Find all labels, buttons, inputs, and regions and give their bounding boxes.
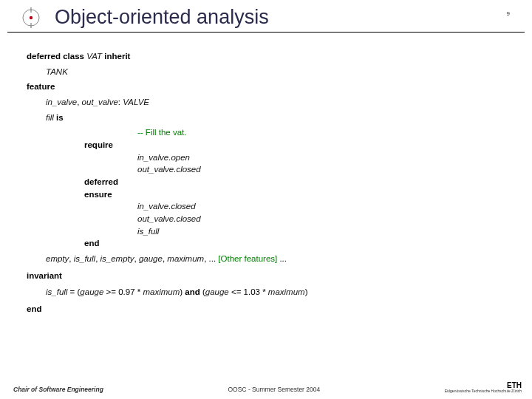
feature-kw: feature — [27, 81, 505, 93]
svg-point-1 — [30, 16, 33, 18]
bullet-icon — [21, 7, 41, 28]
class-name: VAT — [86, 52, 102, 61]
parent-class: TANK — [27, 66, 505, 78]
valve-decl: in_valve, out_valve: VALVE — [27, 96, 505, 109]
deferred-class-kw: deferred class — [27, 52, 84, 61]
invariant-expr: is_full = (gauge >= 0.97 * maximum) and … — [27, 286, 505, 299]
eth-logo: ETH Eidgenössische Technische Hochschule… — [445, 382, 522, 393]
final-end: end — [27, 303, 505, 316]
postcond-3: is_full — [137, 225, 505, 238]
invariant-kw: invariant — [27, 270, 505, 282]
ensure-kw: ensure — [84, 188, 137, 201]
end-kw: end — [84, 237, 137, 250]
inherit-kw: inherit — [104, 52, 130, 61]
postcond-1: in_valve.closed — [137, 200, 505, 213]
precond-1: in_valve.open — [137, 151, 505, 164]
page-number: 9 — [507, 10, 510, 17]
fill-body: -- Fill the vat. require in_valve.open o… — [27, 126, 505, 250]
postcond-2: out_valve.closed — [137, 213, 505, 225]
footer-chair: Chair of Software Engineering — [13, 386, 103, 393]
precond-2: out_valve.closed — [137, 163, 505, 176]
eth-subtext: Eidgenössische Technische Hochschule Zür… — [445, 389, 522, 393]
comment: -- Fill the vat. — [137, 126, 505, 139]
deferred-kw: deferred — [84, 176, 137, 188]
slide-body: deferred class VAT inherit TANK feature … — [0, 33, 532, 316]
class-decl: deferred class VAT inherit — [27, 50, 505, 63]
require-kw: require — [84, 139, 137, 151]
other-features: empty, is_full, is_empty, gauge, maximum… — [27, 253, 505, 265]
slide-footer: Chair of Software Engineering OOSC - Sum… — [0, 382, 532, 393]
slide-header: Object-oriented analysis 9 — [7, 0, 525, 33]
footer-course: OOSC - Summer Semester 2004 — [228, 386, 321, 393]
fill-decl: fill is — [27, 112, 505, 124]
slide-title: Object-oriented analysis — [55, 6, 507, 29]
